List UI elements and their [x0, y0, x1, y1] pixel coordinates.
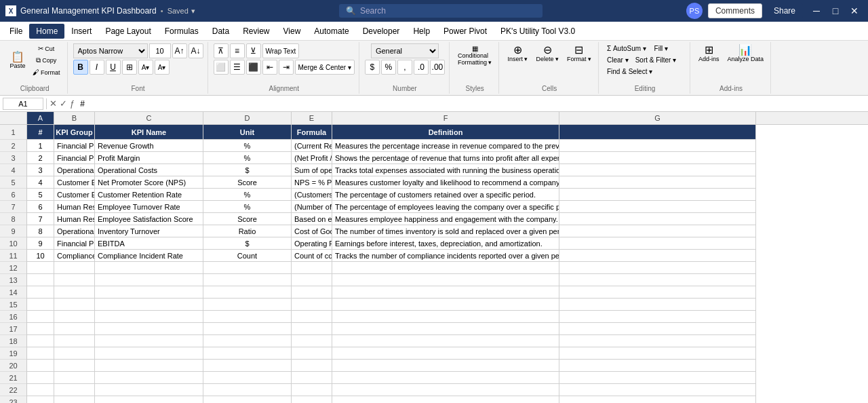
- cell-r6-c1[interactable]: 5: [27, 189, 54, 201]
- cell-r6-c7[interactable]: [559, 189, 756, 201]
- confirm-formula-icon[interactable]: ✓: [60, 98, 67, 109]
- cell-r7-c2[interactable]: Human Resources: [54, 201, 95, 213]
- align-middle-button[interactable]: ≡: [230, 43, 245, 58]
- row-header-5[interactable]: 5: [0, 176, 26, 189]
- cell-r4-c2[interactable]: Operational Efficiency: [54, 164, 95, 176]
- row-header-2[interactable]: 2: [0, 140, 26, 152]
- empty-cell-r13-c2[interactable]: [54, 274, 95, 286]
- cell-r3-c5[interactable]: (Net Profit / Total Revenue) * 100: [292, 152, 332, 164]
- empty-cell-r16-c3[interactable]: [95, 311, 203, 323]
- empty-cell-r21-c4[interactable]: [203, 372, 292, 384]
- empty-cell-r13-c3[interactable]: [95, 274, 203, 286]
- cell-r4-c3[interactable]: Operational Costs: [95, 164, 203, 176]
- empty-cell-r15-c4[interactable]: [203, 299, 292, 311]
- cell-r9-c2[interactable]: Operational Efficiency: [54, 225, 95, 237]
- empty-cell-r12-c7[interactable]: [559, 262, 756, 274]
- empty-cell-r14-c4[interactable]: [203, 286, 292, 299]
- increase-indent-button[interactable]: ⇥: [279, 60, 294, 75]
- empty-cell-r21-c5[interactable]: [292, 372, 332, 384]
- cell-r3-c7[interactable]: [559, 152, 756, 164]
- empty-cell-r17-c4[interactable]: [203, 323, 292, 335]
- insert-function-icon[interactable]: ƒ: [70, 98, 75, 109]
- cut-button[interactable]: ✂Cut: [30, 43, 63, 54]
- cell-r3-c2[interactable]: Financial Performance: [54, 152, 95, 164]
- row-header-14[interactable]: 14: [0, 286, 26, 299]
- saved-status[interactable]: Saved ▾: [167, 7, 195, 16]
- cell-r3-c6[interactable]: Shows the percentage of revenue that tur…: [332, 152, 559, 164]
- cell-r7-c7[interactable]: [559, 201, 756, 213]
- cell-r11-c7[interactable]: [559, 250, 756, 262]
- row-header-21[interactable]: 21: [0, 372, 26, 384]
- paste-button[interactable]: 📋 Paste: [7, 50, 28, 71]
- menu-item-automate[interactable]: Automate: [307, 24, 355, 39]
- cell-r4-c1[interactable]: 3: [27, 164, 54, 176]
- empty-cell-r23-c7[interactable]: [559, 396, 756, 403]
- maximize-button[interactable]: □: [827, 3, 844, 19]
- header-cell-empty[interactable]: [559, 125, 756, 140]
- empty-cell-r19-c1[interactable]: [27, 347, 54, 360]
- comments-button[interactable]: Comments: [708, 3, 762, 18]
- empty-cell-r23-c5[interactable]: [292, 396, 332, 403]
- empty-cell-r17-c6[interactable]: [332, 323, 559, 335]
- cell-r8-c2[interactable]: Human Resources: [54, 213, 95, 225]
- empty-cell-r13-c7[interactable]: [559, 274, 756, 286]
- empty-cell-r23-c6[interactable]: [332, 396, 559, 403]
- empty-cell-r23-c2[interactable]: [54, 396, 95, 403]
- empty-cell-r13-c6[interactable]: [332, 274, 559, 286]
- header-cell-formula[interactable]: Formula: [292, 125, 332, 140]
- row-header-22[interactable]: 22: [0, 384, 26, 396]
- empty-cell-r15-c1[interactable]: [27, 299, 54, 311]
- col-header-e[interactable]: E: [292, 112, 332, 124]
- share-button[interactable]: Share: [766, 3, 803, 18]
- comma-button[interactable]: ,: [397, 60, 412, 75]
- empty-cell-r17-c5[interactable]: [292, 323, 332, 335]
- cell-r5-c7[interactable]: [559, 176, 756, 189]
- cell-r5-c3[interactable]: Net Promoter Score (NPS): [95, 176, 203, 189]
- empty-cell-r14-c1[interactable]: [27, 286, 54, 299]
- empty-cell-r12-c2[interactable]: [54, 262, 95, 274]
- empty-cell-r16-c7[interactable]: [559, 311, 756, 323]
- cell-r6-c5[interactable]: (Customers at End of Period – New Custom…: [292, 189, 332, 201]
- menu-item-home[interactable]: Home: [29, 24, 64, 39]
- empty-cell-r15-c5[interactable]: [292, 299, 332, 311]
- row-header-6[interactable]: 6: [0, 189, 26, 201]
- empty-cell-r16-c1[interactable]: [27, 311, 54, 323]
- increase-font-button[interactable]: A↑: [172, 43, 187, 58]
- delete-button[interactable]: ⊖ Delete ▾: [533, 43, 561, 64]
- empty-cell-r15-c3[interactable]: [95, 299, 203, 311]
- cell-r11-c5[interactable]: Count of compliance incidents: [292, 250, 332, 262]
- empty-cell-r18-c1[interactable]: [27, 335, 54, 347]
- empty-cell-r22-c3[interactable]: [95, 384, 203, 396]
- insert-button[interactable]: ⊕ Insert ▾: [505, 43, 530, 64]
- cell-r7-c3[interactable]: Employee Turnover Rate: [95, 201, 203, 213]
- analyze-data-button[interactable]: 📊 Analyze Data: [724, 43, 766, 64]
- empty-cell-r16-c5[interactable]: [292, 311, 332, 323]
- empty-cell-r21-c1[interactable]: [27, 372, 54, 384]
- cell-r2-c2[interactable]: Financial Performance: [54, 140, 95, 152]
- empty-cell-r16-c4[interactable]: [203, 311, 292, 323]
- row-header-19[interactable]: 19: [0, 347, 26, 360]
- cell-r8-c1[interactable]: 7: [27, 213, 54, 225]
- cell-r2-c4[interactable]: %: [203, 140, 292, 152]
- row-header-7[interactable]: 7: [0, 201, 26, 213]
- header-cell-kpi-name[interactable]: KPI Name: [95, 125, 203, 140]
- decrease-decimal-button[interactable]: .0: [414, 60, 429, 75]
- cell-r3-c3[interactable]: Profit Margin: [95, 152, 203, 164]
- cell-r9-c7[interactable]: [559, 225, 756, 237]
- empty-cell-r20-c2[interactable]: [54, 360, 95, 372]
- format-button[interactable]: ⊟ Format ▾: [564, 43, 594, 64]
- cell-r7-c6[interactable]: The percentage of employees leaving the …: [332, 201, 559, 213]
- menu-item-formulas[interactable]: Formulas: [158, 24, 205, 39]
- cell-reference-input[interactable]: [3, 98, 43, 110]
- menu-item-power-pivot[interactable]: Power Pivot: [437, 24, 494, 39]
- wrap-text-button[interactable]: Wrap Text: [262, 43, 300, 58]
- cell-r5-c1[interactable]: 4: [27, 176, 54, 189]
- cell-r8-c6[interactable]: Measures employee happiness and engageme…: [332, 213, 559, 225]
- cell-r5-c5[interactable]: NPS = % Promoters – % Detractors: [292, 176, 332, 189]
- align-top-button[interactable]: ⊼: [214, 43, 229, 58]
- empty-cell-r13-c4[interactable]: [203, 274, 292, 286]
- cell-r4-c5[interactable]: Sum of operational expenses: [292, 164, 332, 176]
- number-format-select[interactable]: General: [371, 43, 439, 58]
- empty-cell-r21-c6[interactable]: [332, 372, 559, 384]
- menu-item-view[interactable]: View: [277, 24, 308, 39]
